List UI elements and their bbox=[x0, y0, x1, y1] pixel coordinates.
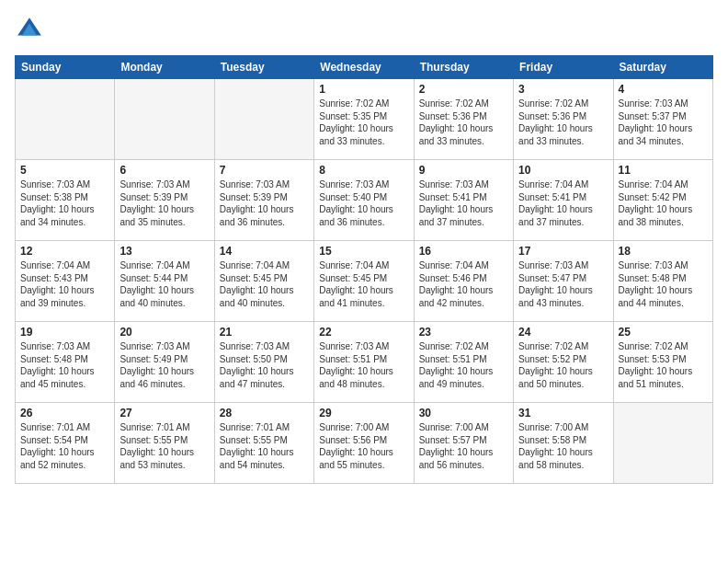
cell-info: Sunrise: 7:03 AMSunset: 5:48 PMDaylight:… bbox=[619, 259, 708, 309]
cell-info: Sunrise: 7:00 AMSunset: 5:57 PMDaylight:… bbox=[419, 421, 508, 471]
day-number: 19 bbox=[20, 326, 109, 339]
day-number: 1 bbox=[319, 83, 408, 96]
weekday-header-friday: Friday bbox=[514, 56, 613, 79]
calendar-cell: 4Sunrise: 7:03 AMSunset: 5:37 PMDaylight… bbox=[613, 79, 712, 160]
day-number: 27 bbox=[119, 407, 209, 419]
cell-info: Sunrise: 7:03 AMSunset: 5:49 PMDaylight:… bbox=[119, 340, 209, 390]
calendar-week-5: 26Sunrise: 7:01 AMSunset: 5:54 PMDayligh… bbox=[16, 403, 713, 484]
cell-info: Sunrise: 7:02 AMSunset: 5:51 PMDaylight:… bbox=[419, 340, 508, 390]
calendar-cell: 13Sunrise: 7:04 AMSunset: 5:44 PMDayligh… bbox=[115, 241, 214, 322]
calendar-cell: 22Sunrise: 7:03 AMSunset: 5:51 PMDayligh… bbox=[314, 322, 414, 403]
calendar-week-3: 12Sunrise: 7:04 AMSunset: 5:43 PMDayligh… bbox=[16, 241, 713, 322]
cell-info: Sunrise: 7:03 AMSunset: 5:40 PMDaylight:… bbox=[319, 178, 408, 228]
cell-info: Sunrise: 7:03 AMSunset: 5:41 PMDaylight:… bbox=[419, 178, 508, 228]
day-number: 24 bbox=[518, 326, 608, 339]
calendar-table: SundayMondayTuesdayWednesdayThursdayFrid… bbox=[15, 55, 713, 484]
cell-info: Sunrise: 7:03 AMSunset: 5:38 PMDaylight:… bbox=[20, 178, 109, 228]
weekday-header-monday: Monday bbox=[115, 56, 214, 79]
calendar-cell: 14Sunrise: 7:04 AMSunset: 5:45 PMDayligh… bbox=[214, 241, 313, 322]
calendar-cell bbox=[214, 79, 313, 160]
calendar-cell: 20Sunrise: 7:03 AMSunset: 5:49 PMDayligh… bbox=[115, 322, 214, 403]
calendar-cell: 7Sunrise: 7:03 AMSunset: 5:39 PMDaylight… bbox=[214, 160, 313, 241]
cell-info: Sunrise: 7:02 AMSunset: 5:52 PMDaylight:… bbox=[518, 340, 608, 390]
calendar-cell: 30Sunrise: 7:00 AMSunset: 5:57 PMDayligh… bbox=[414, 403, 513, 484]
header bbox=[15, 15, 713, 44]
calendar-cell: 6Sunrise: 7:03 AMSunset: 5:39 PMDaylight… bbox=[115, 160, 214, 241]
day-number: 23 bbox=[419, 326, 508, 339]
day-number: 3 bbox=[518, 83, 608, 96]
day-number: 16 bbox=[419, 245, 508, 258]
day-number: 7 bbox=[220, 164, 309, 177]
calendar-cell: 26Sunrise: 7:01 AMSunset: 5:54 PMDayligh… bbox=[16, 403, 115, 484]
weekday-header-sunday: Sunday bbox=[16, 56, 115, 79]
day-number: 9 bbox=[419, 164, 508, 177]
cell-info: Sunrise: 7:02 AMSunset: 5:53 PMDaylight:… bbox=[619, 340, 708, 390]
cell-info: Sunrise: 7:02 AMSunset: 5:35 PMDaylight:… bbox=[319, 98, 408, 147]
cell-info: Sunrise: 7:04 AMSunset: 5:42 PMDaylight:… bbox=[619, 178, 708, 228]
cell-info: Sunrise: 7:00 AMSunset: 5:56 PMDaylight:… bbox=[319, 421, 408, 471]
day-number: 22 bbox=[319, 326, 408, 339]
weekday-header-thursday: Thursday bbox=[414, 56, 513, 79]
day-number: 13 bbox=[119, 245, 209, 258]
weekday-header-wednesday: Wednesday bbox=[314, 56, 414, 79]
weekday-header-tuesday: Tuesday bbox=[214, 56, 313, 79]
calendar-cell: 31Sunrise: 7:00 AMSunset: 5:58 PMDayligh… bbox=[514, 403, 613, 484]
cell-info: Sunrise: 7:03 AMSunset: 5:39 PMDaylight:… bbox=[119, 178, 209, 228]
calendar-week-1: 1Sunrise: 7:02 AMSunset: 5:35 PMDaylight… bbox=[16, 79, 713, 160]
cell-info: Sunrise: 7:03 AMSunset: 5:50 PMDaylight:… bbox=[220, 340, 309, 390]
calendar-cell: 11Sunrise: 7:04 AMSunset: 5:42 PMDayligh… bbox=[613, 160, 712, 241]
cell-info: Sunrise: 7:00 AMSunset: 5:58 PMDaylight:… bbox=[518, 421, 608, 471]
cell-info: Sunrise: 7:01 AMSunset: 5:54 PMDaylight:… bbox=[20, 421, 109, 471]
logo bbox=[15, 15, 48, 44]
calendar-cell: 3Sunrise: 7:02 AMSunset: 5:36 PMDaylight… bbox=[514, 79, 613, 160]
cell-info: Sunrise: 7:02 AMSunset: 5:36 PMDaylight:… bbox=[419, 98, 508, 147]
calendar-week-2: 5Sunrise: 7:03 AMSunset: 5:38 PMDaylight… bbox=[16, 160, 713, 241]
calendar-cell: 19Sunrise: 7:03 AMSunset: 5:48 PMDayligh… bbox=[16, 322, 115, 403]
cell-info: Sunrise: 7:04 AMSunset: 5:45 PMDaylight:… bbox=[319, 259, 408, 309]
cell-info: Sunrise: 7:04 AMSunset: 5:46 PMDaylight:… bbox=[419, 259, 508, 309]
day-number: 15 bbox=[319, 245, 408, 258]
day-number: 12 bbox=[20, 245, 109, 258]
calendar-cell: 18Sunrise: 7:03 AMSunset: 5:48 PMDayligh… bbox=[613, 241, 712, 322]
day-number: 6 bbox=[119, 164, 209, 177]
cell-info: Sunrise: 7:04 AMSunset: 5:44 PMDaylight:… bbox=[119, 259, 209, 309]
calendar-cell: 1Sunrise: 7:02 AMSunset: 5:35 PMDaylight… bbox=[314, 79, 414, 160]
day-number: 17 bbox=[518, 245, 608, 258]
calendar-cell: 24Sunrise: 7:02 AMSunset: 5:52 PMDayligh… bbox=[514, 322, 613, 403]
cell-info: Sunrise: 7:03 AMSunset: 5:39 PMDaylight:… bbox=[220, 178, 309, 228]
cell-info: Sunrise: 7:04 AMSunset: 5:43 PMDaylight:… bbox=[20, 259, 109, 309]
day-number: 20 bbox=[119, 326, 209, 339]
calendar-cell: 17Sunrise: 7:03 AMSunset: 5:47 PMDayligh… bbox=[514, 241, 613, 322]
day-number: 21 bbox=[220, 326, 309, 339]
day-number: 31 bbox=[518, 407, 608, 419]
calendar-cell: 29Sunrise: 7:00 AMSunset: 5:56 PMDayligh… bbox=[314, 403, 414, 484]
calendar-cell: 27Sunrise: 7:01 AMSunset: 5:55 PMDayligh… bbox=[115, 403, 214, 484]
cell-info: Sunrise: 7:02 AMSunset: 5:36 PMDaylight:… bbox=[518, 98, 608, 147]
day-number: 29 bbox=[319, 407, 408, 419]
calendar-cell: 9Sunrise: 7:03 AMSunset: 5:41 PMDaylight… bbox=[414, 160, 513, 241]
cell-info: Sunrise: 7:01 AMSunset: 5:55 PMDaylight:… bbox=[220, 421, 309, 471]
cell-info: Sunrise: 7:04 AMSunset: 5:41 PMDaylight:… bbox=[518, 178, 608, 228]
day-number: 25 bbox=[619, 326, 708, 339]
day-number: 2 bbox=[419, 83, 508, 96]
cell-info: Sunrise: 7:03 AMSunset: 5:51 PMDaylight:… bbox=[319, 340, 408, 390]
cell-info: Sunrise: 7:03 AMSunset: 5:47 PMDaylight:… bbox=[518, 259, 608, 309]
calendar-cell: 8Sunrise: 7:03 AMSunset: 5:40 PMDaylight… bbox=[314, 160, 414, 241]
cell-info: Sunrise: 7:03 AMSunset: 5:37 PMDaylight:… bbox=[619, 98, 708, 147]
calendar-cell: 10Sunrise: 7:04 AMSunset: 5:41 PMDayligh… bbox=[514, 160, 613, 241]
calendar-cell bbox=[613, 403, 712, 484]
calendar-cell: 28Sunrise: 7:01 AMSunset: 5:55 PMDayligh… bbox=[214, 403, 313, 484]
day-number: 14 bbox=[220, 245, 309, 258]
calendar-cell: 16Sunrise: 7:04 AMSunset: 5:46 PMDayligh… bbox=[414, 241, 513, 322]
day-number: 4 bbox=[619, 83, 708, 96]
calendar-cell bbox=[16, 79, 115, 160]
calendar-cell: 2Sunrise: 7:02 AMSunset: 5:36 PMDaylight… bbox=[414, 79, 513, 160]
cell-info: Sunrise: 7:01 AMSunset: 5:55 PMDaylight:… bbox=[119, 421, 209, 471]
calendar-week-4: 19Sunrise: 7:03 AMSunset: 5:48 PMDayligh… bbox=[16, 322, 713, 403]
calendar-cell: 12Sunrise: 7:04 AMSunset: 5:43 PMDayligh… bbox=[16, 241, 115, 322]
calendar-cell: 25Sunrise: 7:02 AMSunset: 5:53 PMDayligh… bbox=[613, 322, 712, 403]
weekday-header-row: SundayMondayTuesdayWednesdayThursdayFrid… bbox=[16, 56, 713, 79]
weekday-header-saturday: Saturday bbox=[613, 56, 712, 79]
calendar-cell: 15Sunrise: 7:04 AMSunset: 5:45 PMDayligh… bbox=[314, 241, 414, 322]
calendar-cell: 5Sunrise: 7:03 AMSunset: 5:38 PMDaylight… bbox=[16, 160, 115, 241]
